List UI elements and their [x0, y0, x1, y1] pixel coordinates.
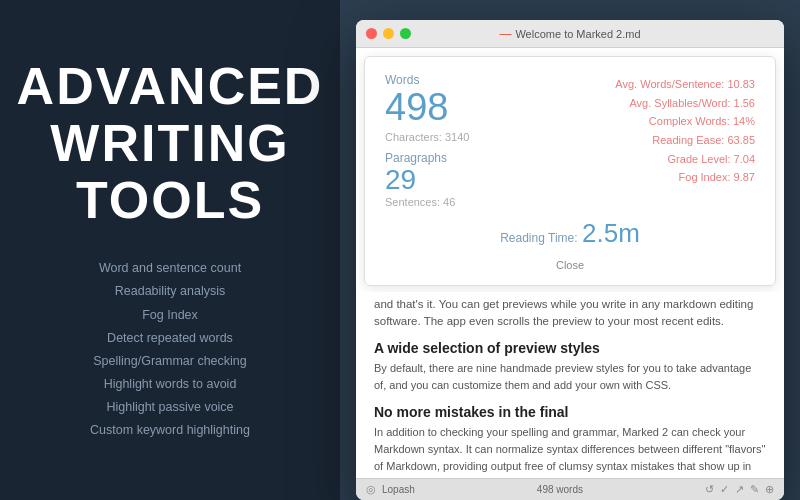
section1-title: A wide selection of preview styles	[374, 340, 766, 356]
pin-icon: —	[499, 27, 511, 41]
bottom-icon-4[interactable]: ✎	[750, 483, 759, 496]
reading-time-value: 2.5m	[582, 218, 640, 248]
feature-item: Readability analysis	[90, 280, 250, 303]
feature-item: Spelling/Grammar checking	[90, 350, 250, 373]
feature-item: Detect repeated words	[90, 327, 250, 350]
bottom-bar: ◎ Lopash 498 words ↺ ✓ ↗ ✎ ⊕	[356, 478, 784, 500]
bottom-word-count: 498 words	[537, 484, 583, 495]
reading-ease: Reading Ease: 63.85	[521, 131, 755, 150]
feature-item: Custom keyword highlighting	[90, 419, 250, 442]
title-bar: — Welcome to Marked 2.md	[356, 20, 784, 48]
mac-window: — Welcome to Marked 2.md Words 498 Chara…	[356, 20, 784, 500]
hero-title: ADVANCED WRITING TOOLS	[17, 58, 324, 230]
words-label: Words	[385, 73, 505, 87]
stats-right: Avg. Words/Sentence: 10.83 Avg. Syllable…	[521, 73, 755, 208]
bottom-app-icon: ◎	[366, 483, 376, 496]
stats-overlay: Words 498 Characters: 3140 Paragraphs 29…	[364, 56, 776, 286]
bottom-icon-5[interactable]: ⊕	[765, 483, 774, 496]
close-button[interactable]	[366, 28, 377, 39]
complex-words: Complex Words: 14%	[521, 112, 755, 131]
feature-item: Fog Index	[90, 304, 250, 327]
section2-body: In addition to checking your spelling an…	[374, 424, 766, 478]
bottom-icon-3[interactable]: ↗	[735, 483, 744, 496]
paragraphs-value: 29	[385, 165, 505, 196]
stats-left: Words 498 Characters: 3140 Paragraphs 29…	[385, 73, 505, 208]
section1-body: By default, there are nine handmade prev…	[374, 360, 766, 394]
feature-list: Word and sentence count Readability anal…	[90, 257, 250, 442]
app-name: Lopash	[382, 484, 415, 495]
doc-intro: and that's it. You can get previews whil…	[374, 292, 766, 331]
doc-content: and that's it. You can get previews whil…	[356, 292, 784, 478]
close-btn-row: Close	[385, 255, 755, 273]
bottom-icon-1[interactable]: ↺	[705, 483, 714, 496]
sentences-label: Sentences: 46	[385, 196, 505, 208]
maximize-button[interactable]	[400, 28, 411, 39]
fog-index: Fog Index: 9.87	[521, 168, 755, 187]
bottom-right: ↺ ✓ ↗ ✎ ⊕	[705, 483, 774, 496]
minimize-button[interactable]	[383, 28, 394, 39]
chars-label: Characters: 3140	[385, 131, 505, 143]
bottom-left: ◎ Lopash	[366, 483, 415, 496]
section2-title: No more mistakes in the final	[374, 404, 766, 420]
reading-time-row: Reading Time: 2.5m	[385, 218, 755, 249]
feature-item: Highlight words to avoid	[90, 373, 250, 396]
bottom-icon-2[interactable]: ✓	[720, 483, 729, 496]
avg-words: Avg. Words/Sentence: 10.83	[521, 75, 755, 94]
words-value: 498	[385, 87, 505, 129]
stats-close-button[interactable]: Close	[556, 259, 584, 271]
paragraphs-label: Paragraphs	[385, 151, 505, 165]
reading-time-label: Reading Time:	[500, 231, 577, 245]
avg-syllables: Avg. Syllables/Word: 1.56	[521, 94, 755, 113]
feature-item: Word and sentence count	[90, 257, 250, 280]
traffic-lights	[366, 28, 411, 39]
window-title: — Welcome to Marked 2.md	[499, 27, 640, 41]
right-panel: — Welcome to Marked 2.md Words 498 Chara…	[340, 0, 800, 500]
left-panel: ADVANCED WRITING TOOLS Word and sentence…	[0, 0, 340, 500]
feature-item: Highlight passive voice	[90, 396, 250, 419]
grade-level: Grade Level: 7.04	[521, 150, 755, 169]
